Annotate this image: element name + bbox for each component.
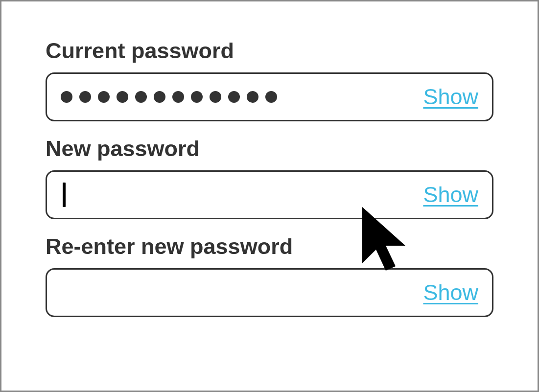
current-password-value xyxy=(61,74,423,120)
reenter-password-show-button[interactable]: Show xyxy=(423,280,478,305)
current-password-group: Current password Show xyxy=(46,38,493,121)
new-password-label: New password xyxy=(46,136,493,161)
password-mask-dots xyxy=(61,91,277,103)
reenter-password-input[interactable]: Show xyxy=(46,268,493,317)
new-password-group: New password Show xyxy=(46,136,493,219)
text-caret-icon xyxy=(63,183,66,207)
new-password-input[interactable]: Show xyxy=(46,170,493,219)
password-change-form: Current password Show New password Show … xyxy=(0,0,539,392)
new-password-value xyxy=(61,172,423,218)
reenter-password-value xyxy=(61,270,423,316)
current-password-input[interactable]: Show xyxy=(46,72,493,121)
current-password-show-button[interactable]: Show xyxy=(423,84,478,110)
reenter-password-group: Re-enter new password Show xyxy=(46,234,493,317)
new-password-show-button[interactable]: Show xyxy=(423,182,478,208)
reenter-password-label: Re-enter new password xyxy=(46,234,493,259)
current-password-label: Current password xyxy=(46,38,493,64)
